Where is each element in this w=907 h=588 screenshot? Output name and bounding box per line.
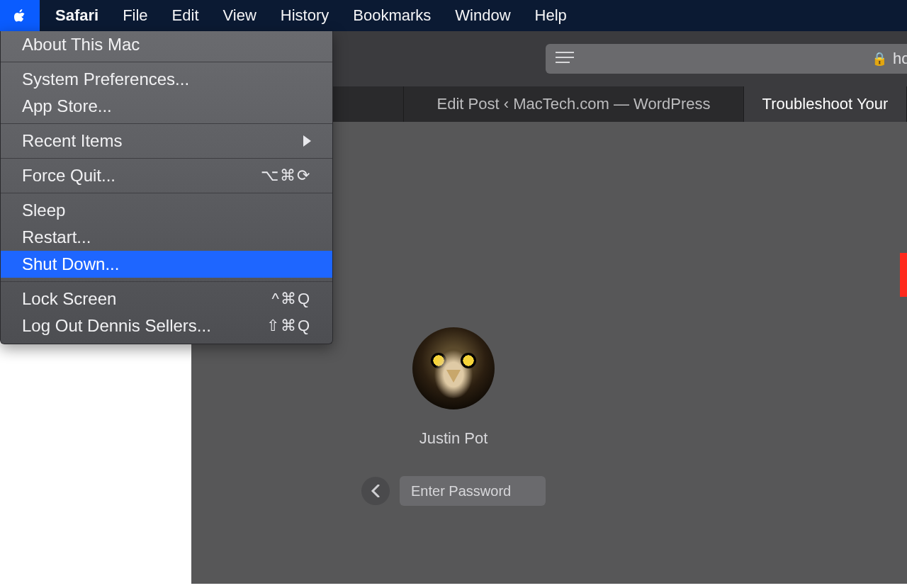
address-bar[interactable]: 🔒 howto bbox=[546, 44, 907, 74]
tab-3[interactable]: Troubleshoot Your bbox=[744, 86, 907, 122]
menu-recent-items[interactable]: Recent Items bbox=[1, 128, 332, 154]
apple-menu-dropdown: About This Mac System Preferences... App… bbox=[0, 31, 333, 344]
password-input[interactable]: Enter Password bbox=[400, 476, 546, 506]
menu-separator bbox=[1, 62, 332, 62]
menu-history[interactable]: History bbox=[269, 0, 341, 31]
shortcut-label: ⌥⌘⟳ bbox=[261, 166, 311, 185]
menu-edit[interactable]: Edit bbox=[160, 0, 211, 31]
menu-help[interactable]: Help bbox=[523, 0, 579, 31]
username-label: Justin Pot bbox=[361, 429, 546, 448]
menu-restart[interactable]: Restart... bbox=[1, 224, 332, 251]
login-block: Justin Pot Enter Password bbox=[361, 327, 546, 506]
reader-icon[interactable] bbox=[556, 50, 574, 68]
shortcut-label: ⇧⌘Q bbox=[266, 317, 311, 335]
menu-lock-screen[interactable]: Lock Screen^⌘Q bbox=[1, 285, 332, 312]
apple-menu-button[interactable] bbox=[0, 0, 40, 31]
user-avatar[interactable] bbox=[412, 327, 495, 409]
scroll-indicator bbox=[900, 253, 907, 297]
menu-about-this-mac[interactable]: About This Mac bbox=[1, 31, 332, 58]
menu-log-out[interactable]: Log Out Dennis Sellers...⇧⌘Q bbox=[1, 312, 332, 339]
menu-bookmarks[interactable]: Bookmarks bbox=[341, 0, 443, 31]
apple-logo-icon bbox=[11, 7, 28, 24]
menubar: Safari File Edit View History Bookmarks … bbox=[0, 0, 907, 31]
shortcut-label: ^⌘Q bbox=[272, 290, 311, 308]
back-button[interactable] bbox=[361, 477, 390, 505]
background-gap bbox=[0, 394, 188, 584]
lock-icon: 🔒 bbox=[872, 51, 887, 67]
menu-separator bbox=[1, 123, 332, 124]
tab-2[interactable]: Edit Post ‹ MacTech.com — WordPress bbox=[404, 86, 744, 122]
menu-separator bbox=[1, 158, 332, 159]
menu-file[interactable]: File bbox=[111, 0, 159, 31]
menu-app-store[interactable]: App Store... bbox=[1, 93, 332, 120]
menu-system-preferences[interactable]: System Preferences... bbox=[1, 66, 332, 93]
menu-force-quit[interactable]: Force Quit...⌥⌘⟳ bbox=[1, 162, 332, 189]
address-domain: howto bbox=[893, 50, 907, 68]
menu-separator bbox=[1, 281, 332, 282]
menu-separator bbox=[1, 193, 332, 193]
menu-window[interactable]: Window bbox=[443, 0, 522, 31]
chevron-left-icon bbox=[371, 485, 381, 497]
menu-view[interactable]: View bbox=[211, 0, 269, 31]
menu-safari[interactable]: Safari bbox=[40, 0, 111, 31]
menu-sleep[interactable]: Sleep bbox=[1, 197, 332, 224]
menu-shut-down[interactable]: Shut Down... bbox=[1, 251, 332, 278]
chevron-right-icon bbox=[303, 135, 311, 147]
